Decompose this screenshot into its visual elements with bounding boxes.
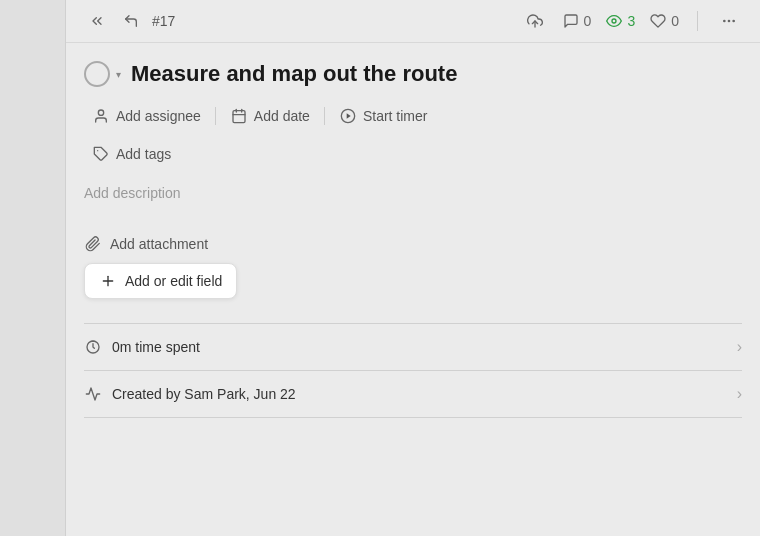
action-row: Add assignee Add date Start timer (66, 97, 760, 135)
separator-2 (324, 107, 325, 125)
upload-icon (526, 12, 544, 30)
status-dropdown[interactable]: ▾ (116, 69, 121, 80)
add-assignee-button[interactable]: Add assignee (84, 101, 209, 131)
task-header: ▾ Measure and map out the route (66, 43, 760, 97)
start-timer-button[interactable]: Start timer (331, 101, 436, 131)
add-attachment-row[interactable]: Add attachment (84, 229, 742, 259)
top-bar-left: #17 (84, 10, 175, 32)
chevron-double-left-icon (88, 12, 106, 30)
svg-rect-6 (233, 111, 245, 123)
svg-marker-11 (347, 113, 351, 118)
ellipsis-icon (720, 12, 738, 30)
time-spent-row[interactable]: 0m time spent › (84, 324, 742, 371)
time-spent-label: 0m time spent (112, 339, 727, 355)
upload-button[interactable] (522, 10, 548, 32)
corner-up-left-icon (122, 12, 140, 30)
plus-icon (99, 272, 117, 290)
chevron-right-icon-time: › (737, 338, 742, 356)
watchers-count: 3 (627, 13, 635, 29)
comment-count: 0 (584, 13, 592, 29)
field-section: Add attachment Add or edit field (66, 213, 760, 307)
svg-point-2 (728, 20, 729, 21)
issue-id: #17 (152, 13, 175, 29)
collapse-button[interactable] (84, 10, 110, 32)
heart-icon (649, 12, 667, 30)
add-tags-button[interactable]: Add tags (84, 139, 179, 169)
more-button[interactable] (716, 10, 742, 32)
comment-icon (562, 12, 580, 30)
add-assignee-label: Add assignee (116, 108, 201, 124)
svg-point-1 (612, 19, 616, 23)
separator-1 (215, 107, 216, 125)
tags-row: Add tags (66, 135, 760, 173)
status-circle[interactable] (84, 61, 110, 87)
start-timer-label: Start timer (363, 108, 428, 124)
sidebar (0, 0, 66, 536)
add-date-button[interactable]: Add date (222, 101, 318, 131)
eye-icon (605, 12, 623, 30)
svg-point-4 (724, 20, 725, 21)
person-icon (92, 107, 110, 125)
play-circle-icon (339, 107, 357, 125)
description-placeholder: Add description (84, 185, 181, 201)
task-title: Measure and map out the route (131, 61, 742, 87)
paperclip-icon (84, 235, 102, 253)
bottom-section: 0m time spent › Created by Sam Park, Jun… (84, 323, 742, 418)
add-edit-field-button[interactable]: Add or edit field (84, 263, 237, 299)
calendar-icon (230, 107, 248, 125)
back-button[interactable] (118, 10, 144, 32)
svg-point-5 (98, 110, 103, 115)
timer-icon (84, 338, 102, 356)
add-date-label: Add date (254, 108, 310, 124)
add-tags-label: Add tags (116, 146, 171, 162)
tag-icon (92, 145, 110, 163)
created-by-label: Created by Sam Park, Jun 22 (112, 386, 727, 402)
add-attachment-label: Add attachment (110, 236, 208, 252)
description-area[interactable]: Add description (66, 173, 760, 213)
svg-point-3 (733, 20, 734, 21)
created-by-row[interactable]: Created by Sam Park, Jun 22 › (84, 371, 742, 418)
divider (697, 11, 698, 31)
activity-icon (84, 385, 102, 403)
likes-count: 0 (671, 13, 679, 29)
top-bar: #17 0 3 (66, 0, 760, 43)
chevron-right-icon-created: › (737, 385, 742, 403)
watchers-badge: 3 (605, 12, 635, 30)
comment-badge: 0 (562, 12, 592, 30)
main-content: #17 0 3 (66, 0, 760, 536)
top-bar-right: 0 3 0 (522, 10, 742, 32)
add-field-label: Add or edit field (125, 273, 222, 289)
likes-badge: 0 (649, 12, 679, 30)
